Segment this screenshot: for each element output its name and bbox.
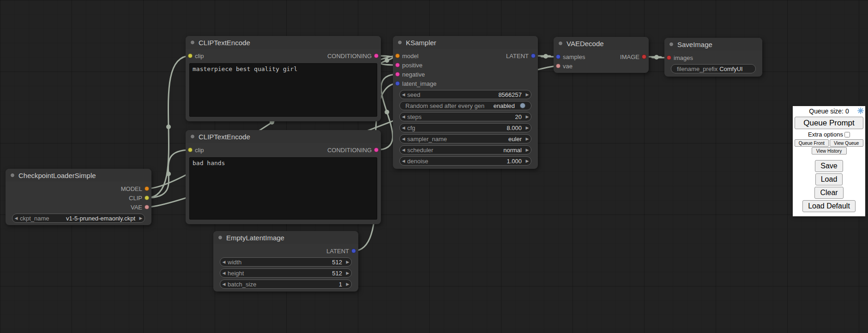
toggle-on-indicator-icon[interactable]: [520, 103, 525, 108]
collapse-dot-icon[interactable]: [10, 173, 15, 178]
input-port-model[interactable]: [395, 54, 400, 58]
output-port-clip[interactable]: [145, 196, 149, 200]
widget-label: Random seed after every gen: [405, 102, 484, 109]
decrement-arrow-icon[interactable]: [220, 269, 228, 277]
output-label-image: IMAGE: [620, 54, 639, 60]
node-title-bar[interactable]: SaveImage: [664, 38, 762, 51]
input-port-latent-image[interactable]: [395, 81, 400, 86]
input-label-vae: vae: [563, 63, 573, 70]
widget-label: scheduler: [407, 147, 433, 154]
widget-width[interactable]: width 512: [220, 257, 352, 267]
widget-value: ComfyUI: [717, 65, 750, 72]
collapse-dot-icon[interactable]: [190, 134, 195, 139]
node-graph-canvas[interactable]: CheckpointLoaderSimple MODEL CLIP VAE ck…: [0, 0, 868, 333]
node-title-bar[interactable]: KSampler: [393, 36, 538, 49]
view-history-button[interactable]: View History: [812, 147, 847, 155]
output-port-conditioning[interactable]: [374, 54, 379, 58]
output-port-latent[interactable]: [531, 54, 536, 58]
queue-front-button[interactable]: Queue Front: [795, 139, 829, 147]
view-queue-button[interactable]: View Queue: [830, 139, 864, 147]
widget-value: normal: [433, 147, 524, 154]
decrement-arrow-icon[interactable]: [400, 146, 407, 154]
settings-gear-icon[interactable]: [857, 107, 864, 114]
load-default-button[interactable]: Load Default: [802, 200, 856, 212]
clear-button[interactable]: Clear: [814, 187, 843, 199]
increment-arrow-icon[interactable]: [524, 113, 531, 121]
save-button[interactable]: Save: [815, 160, 843, 172]
decrement-arrow-icon[interactable]: [220, 258, 228, 266]
node-title-bar[interactable]: CLIPTextEncode: [186, 36, 381, 49]
increment-arrow-icon[interactable]: [344, 258, 351, 266]
increment-arrow-icon[interactable]: [137, 214, 145, 222]
widget-value: 20: [422, 113, 524, 120]
decrement-arrow-icon[interactable]: [400, 90, 407, 99]
node-saveimage[interactable]: SaveImage images filename_prefix ComfyUI: [664, 38, 762, 77]
decrement-arrow-icon[interactable]: [400, 113, 407, 121]
output-port-conditioning[interactable]: [374, 148, 379, 152]
widget-steps[interactable]: steps 20: [399, 112, 531, 121]
slot-area: clip CONDITIONING: [186, 49, 381, 60]
output-port-image[interactable]: [642, 54, 646, 59]
widget-sampler-name[interactable]: sampler_name euler: [399, 134, 531, 143]
input-port-clip[interactable]: [188, 148, 193, 152]
input-port-negative[interactable]: [395, 72, 400, 77]
increment-arrow-icon[interactable]: [344, 269, 351, 277]
decrement-arrow-icon[interactable]: [220, 280, 228, 288]
widget-ckpt-name[interactable]: ckpt_name v1-5-pruned-emaonly.ckpt: [12, 214, 145, 223]
collapse-dot-icon[interactable]: [190, 40, 195, 45]
node-emptylatentimage[interactable]: EmptyLatentImage LATENT width 512 height…: [213, 231, 358, 291]
input-label-clip: clip: [195, 147, 204, 154]
widget-height[interactable]: height 512: [220, 268, 352, 278]
collapse-dot-icon[interactable]: [398, 40, 402, 45]
widget-filename-prefix[interactable]: filename_prefix ComfyUI: [671, 64, 756, 73]
input-port-vae[interactable]: [556, 64, 561, 68]
node-title-bar[interactable]: CheckpointLoaderSimple: [6, 169, 151, 182]
prompt-textarea[interactable]: bad hands: [189, 157, 377, 220]
node-vaedecode[interactable]: VAEDecode samples IMAGE vae: [554, 37, 649, 73]
increment-arrow-icon[interactable]: [524, 157, 531, 165]
output-label-vae: VAE: [131, 204, 142, 211]
output-port-latent[interactable]: [351, 249, 356, 253]
widget-batch-size[interactable]: batch_size 1: [220, 279, 352, 289]
input-port-clip[interactable]: [188, 54, 193, 58]
widget-cfg[interactable]: cfg 8.000: [399, 123, 531, 132]
node-cliptextencode-positive[interactable]: CLIPTextEncode clip CONDITIONING masterp…: [186, 36, 381, 121]
decrement-arrow-icon[interactable]: [12, 214, 20, 222]
widget-denoise[interactable]: denoise 1.000: [399, 156, 531, 166]
input-port-positive[interactable]: [395, 63, 400, 67]
load-button[interactable]: Load: [815, 173, 843, 185]
extra-options-checkbox[interactable]: [844, 132, 850, 137]
prompt-textarea[interactable]: masterpiece best quality girl: [189, 63, 377, 117]
increment-arrow-icon[interactable]: [524, 90, 531, 99]
slot-row: VAE: [6, 202, 151, 212]
node-title-bar[interactable]: CLIPTextEncode: [186, 130, 381, 143]
collapse-dot-icon[interactable]: [669, 42, 674, 47]
input-label-positive: positive: [402, 62, 422, 69]
output-port-vae[interactable]: [145, 205, 149, 209]
increment-arrow-icon[interactable]: [524, 135, 531, 143]
slot-row: images: [664, 53, 762, 62]
collapse-dot-icon[interactable]: [558, 41, 563, 46]
widget-scheduler[interactable]: scheduler normal: [399, 145, 531, 155]
slot-area: samples IMAGE vae: [554, 50, 649, 71]
widget-random-seed-toggle[interactable]: Random seed after every gen enabled: [399, 101, 531, 110]
input-port-samples[interactable]: [556, 54, 561, 59]
node-ksampler[interactable]: KSampler model LATENT positive negative …: [393, 36, 538, 169]
increment-arrow-icon[interactable]: [344, 280, 351, 288]
input-port-images[interactable]: [667, 55, 671, 60]
node-checkpointloadersimple[interactable]: CheckpointLoaderSimple MODEL CLIP VAE ck…: [6, 169, 151, 225]
output-label-model: MODEL: [121, 185, 142, 192]
queue-prompt-button[interactable]: Queue Prompt: [795, 117, 863, 129]
output-port-model[interactable]: [145, 186, 149, 191]
collapse-dot-icon[interactable]: [218, 235, 223, 240]
widget-seed[interactable]: seed 8566257: [399, 90, 531, 99]
node-cliptextencode-negative[interactable]: CLIPTextEncode clip CONDITIONING bad han…: [186, 130, 381, 224]
increment-arrow-icon[interactable]: [524, 124, 531, 132]
increment-arrow-icon[interactable]: [524, 146, 531, 154]
node-title-bar[interactable]: EmptyLatentImage: [213, 231, 358, 244]
decrement-arrow-icon[interactable]: [400, 157, 407, 165]
node-title-bar[interactable]: VAEDecode: [554, 37, 649, 50]
decrement-arrow-icon[interactable]: [400, 124, 407, 132]
decrement-arrow-icon[interactable]: [400, 135, 407, 143]
widget-value: 512: [241, 259, 344, 266]
